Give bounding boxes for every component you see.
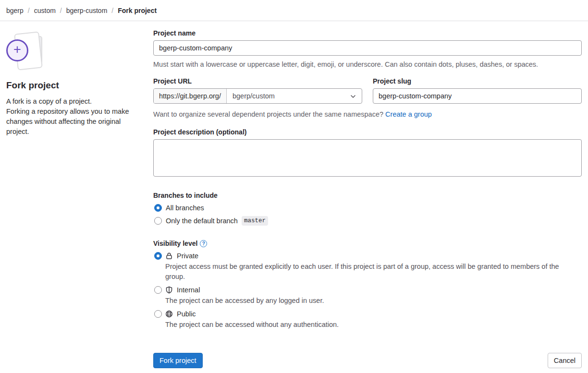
fork-project-illustration-icon: + <box>6 30 54 75</box>
project-url-prefix: https://git.bgerp.org/ <box>154 89 227 103</box>
breadcrumb: bgerp / custom / bgerp-custom / Fork pro… <box>0 0 588 21</box>
private-label: Private <box>177 252 198 260</box>
plus-icon: + <box>13 43 21 56</box>
internal-radio[interactable] <box>154 286 162 294</box>
default-branch-badge: master <box>242 216 268 226</box>
default-branch-radio[interactable] <box>154 217 162 225</box>
project-name-label: Project name <box>153 29 582 37</box>
visibility-option-public: Public The project can be accessed witho… <box>153 310 582 330</box>
plus-circle-icon: + <box>6 39 28 61</box>
project-name-group: Project name Must start with a lowercase… <box>153 29 582 69</box>
public-radio[interactable] <box>154 310 162 318</box>
shield-icon <box>165 286 173 294</box>
breadcrumb-item-custom[interactable]: custom <box>34 7 56 14</box>
namespace-select[interactable]: bgerp/custom <box>227 89 362 103</box>
namespace-help-text: Want to organize several dependent proje… <box>153 110 383 118</box>
private-radio[interactable] <box>154 252 162 260</box>
project-name-input[interactable] <box>153 40 582 56</box>
private-description: Project access must be granted explicitl… <box>165 262 579 282</box>
fork-project-form: Project name Must start with a lowercase… <box>153 29 582 368</box>
fork-description-line: Forking a repository allows you to make … <box>6 107 139 137</box>
project-description-label: Project description (optional) <box>153 128 582 136</box>
chevron-down-icon <box>350 92 356 100</box>
namespace-help: Want to organize several dependent proje… <box>153 109 582 119</box>
fork-info-panel: + Fork project A fork is a copy of a pro… <box>6 29 153 368</box>
project-url-group: Project URL https://git.bgerp.org/ bgerp… <box>153 77 362 104</box>
all-branches-radio[interactable] <box>154 204 162 212</box>
project-slug-label: Project slug <box>373 77 582 85</box>
visibility-help-icon[interactable]: ? <box>200 240 207 247</box>
visibility-option-private: Private Project access must be granted e… <box>153 252 582 282</box>
project-slug-group: Project slug <box>373 77 582 104</box>
fork-project-button[interactable]: Fork project <box>153 353 203 368</box>
breadcrumb-item-bgerp[interactable]: bgerp <box>6 7 24 14</box>
form-actions: Fork project Cancel <box>153 353 582 368</box>
fork-description-line: A fork is a copy of a project. <box>6 96 139 107</box>
project-description-textarea[interactable] <box>153 139 582 177</box>
breadcrumb-separator: / <box>28 7 30 14</box>
branches-label: Branches to include <box>153 192 582 199</box>
breadcrumb-separator: / <box>60 7 62 14</box>
visibility-public-row[interactable]: Public <box>153 310 582 318</box>
breadcrumb-separator: / <box>111 7 113 14</box>
public-label: Public <box>177 310 196 318</box>
all-branches-label: All branches <box>166 204 204 212</box>
branches-section: Branches to include All branches Only th… <box>153 192 582 226</box>
visibility-private-row[interactable]: Private <box>153 252 582 260</box>
branch-option-all-branches[interactable]: All branches <box>153 204 582 212</box>
internal-description: The project can be accessed by any logge… <box>165 296 579 306</box>
globe-icon <box>165 310 173 318</box>
project-description-group: Project description (optional) <box>153 128 582 178</box>
lock-icon <box>165 252 173 260</box>
project-slug-input[interactable] <box>373 88 582 104</box>
cancel-button[interactable]: Cancel <box>548 353 582 368</box>
create-group-link[interactable]: Create a group <box>385 110 432 118</box>
project-url-label: Project URL <box>153 77 362 85</box>
visibility-internal-row[interactable]: Internal <box>153 286 582 294</box>
public-description: The project can be accessed without any … <box>165 320 579 330</box>
fork-description: A fork is a copy of a project. Forking a… <box>6 96 139 137</box>
internal-label: Internal <box>177 286 200 294</box>
page-title: Fork project <box>6 80 146 91</box>
visibility-option-internal: Internal The project can be accessed by … <box>153 286 582 306</box>
branch-option-default-branch[interactable]: Only the default branch master <box>153 216 582 226</box>
breadcrumb-current-page: Fork project <box>118 7 157 14</box>
breadcrumb-item-bgerp-custom[interactable]: bgerp-custom <box>66 7 108 14</box>
namespace-select-value: bgerp/custom <box>233 92 275 100</box>
project-name-help: Must start with a lowercase or uppercase… <box>153 60 582 69</box>
default-branch-label: Only the default branch <box>166 217 238 225</box>
visibility-section: Visibility level ? Private Project acces… <box>153 240 582 330</box>
visibility-label: Visibility level <box>153 240 197 247</box>
